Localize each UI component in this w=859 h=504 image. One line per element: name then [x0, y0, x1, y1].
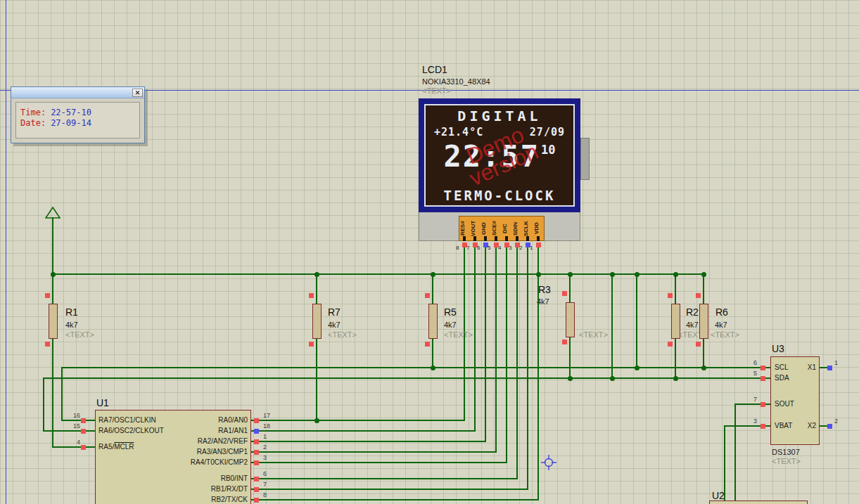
wire-segment[interactable]	[250, 420, 465, 421]
component-ref[interactable]: R7	[328, 306, 341, 318]
junction-dot	[568, 376, 573, 381]
pin-marker	[254, 439, 259, 444]
popup-titlebar[interactable]: ✕	[11, 87, 144, 98]
component-ref[interactable]: R3	[538, 284, 551, 295]
pin-marker	[81, 445, 86, 450]
pin-name: RA0/AN0	[127, 416, 248, 424]
pin-number: 8	[263, 491, 267, 498]
lcd-pin-number: 8	[456, 245, 459, 251]
wire-segment[interactable]	[43, 377, 44, 432]
wire-segment[interactable]	[43, 430, 96, 432]
resistor-R2[interactable]	[671, 304, 680, 339]
wire-segment[interactable]	[61, 420, 96, 421]
status-popup[interactable]: ✕ Time:22-57-10 Date:27-09-14	[11, 86, 145, 143]
wire-segment[interactable]	[61, 367, 63, 421]
resistor-R5[interactable]	[428, 304, 438, 339]
component-value: 4k7	[65, 321, 78, 329]
pin-marker	[254, 498, 259, 503]
wire-segment[interactable]	[250, 489, 528, 490]
wire-segment[interactable]	[495, 247, 497, 453]
pin-marker	[45, 342, 50, 347]
close-icon[interactable]: ✕	[132, 89, 143, 97]
pin-marker	[696, 293, 701, 298]
wire-segment[interactable]	[316, 273, 317, 421]
sheet-border-vertical	[6, 0, 6, 504]
lcd-display[interactable]: DIGITAL +21.4°C 27/09 22:5710 TERMO-CLOC…	[419, 98, 580, 212]
date-label: Date:	[20, 118, 46, 128]
component-value: 4k7	[537, 297, 549, 306]
schematic-canvas[interactable]: R1 4k7 <TEXT> R7 4k7 <TEXT> R5 4k7 <TEXT…	[0, 0, 859, 504]
wire-segment[interactable]	[250, 478, 518, 479]
text-placeholder: <TEXT>	[579, 330, 608, 339]
lcd-date: 27/09	[530, 126, 565, 138]
component-ref[interactable]: LCD1	[422, 64, 447, 75]
pin-number: 2	[263, 444, 267, 451]
resistor-R7[interactable]	[312, 304, 322, 339]
pin-number: 3	[263, 454, 267, 461]
junction-dot	[314, 272, 319, 277]
text-placeholder: <TEXT>	[422, 86, 451, 95]
pin-name: X1	[788, 363, 816, 371]
component-ref[interactable]: R2	[686, 306, 699, 318]
connector-contact	[473, 236, 476, 241]
component-ref[interactable]: R1	[65, 306, 78, 318]
wire-segment[interactable]	[734, 403, 736, 504]
wire-segment[interactable]	[52, 446, 96, 448]
wire-segment[interactable]	[527, 247, 528, 490]
date-value: 27-09-14	[51, 118, 91, 128]
pin-marker	[761, 402, 765, 407]
wire-segment[interactable]	[506, 247, 507, 463]
component-ref[interactable]: U2	[712, 490, 725, 501]
pin-marker	[309, 293, 314, 298]
junction-dot	[431, 272, 435, 277]
connector-contact	[516, 236, 518, 241]
power-terminal-icon[interactable]	[45, 207, 61, 219]
component-value: 4k7	[328, 321, 341, 329]
pin-marker	[254, 429, 259, 434]
wire-segment[interactable]	[52, 273, 705, 275]
wire-segment[interactable]	[250, 451, 497, 453]
pin-name: SCL	[775, 363, 788, 371]
component-ref[interactable]: U3	[772, 343, 784, 354]
pin-marker	[254, 477, 259, 482]
wire-segment[interactable]	[516, 247, 518, 479]
component-value: DS1307	[772, 448, 800, 456]
pin-number: 18	[263, 422, 270, 429]
wire-segment[interactable]	[250, 499, 539, 500]
wire-segment[interactable]	[250, 441, 486, 442]
component-ref[interactable]: R6	[715, 306, 728, 318]
pin-number: 15	[66, 422, 80, 429]
component-ref[interactable]: R5	[444, 306, 457, 318]
pin-number: 2	[834, 418, 838, 425]
junction-dot	[635, 366, 640, 370]
junction-dot	[701, 272, 706, 277]
pin-marker	[536, 243, 541, 247]
lcd-pin-number: 4	[498, 245, 501, 251]
lcd-screen: DIGITAL +21.4°C 27/09 22:5710 TERMO-CLOC…	[426, 105, 573, 205]
pin-number: 4	[66, 439, 80, 446]
wire-segment[interactable]	[474, 247, 476, 432]
lcd-pin-number: 3	[509, 245, 511, 251]
date-row: Date:27-09-14	[20, 118, 135, 129]
wire-segment[interactable]	[611, 273, 613, 379]
text-placeholder: <TEXT>	[772, 457, 801, 465]
pin-marker	[562, 291, 567, 296]
wire-segment[interactable]	[636, 273, 637, 368]
wire-segment[interactable]	[250, 430, 476, 432]
lcd-time: 22:57	[444, 139, 540, 174]
resistor-R1[interactable]	[49, 304, 58, 339]
resistor-R6[interactable]	[699, 304, 708, 339]
wire-segment[interactable]	[485, 247, 486, 442]
lcd-pin-number: 6	[477, 245, 480, 251]
lcd-temperature: +21.4°C	[434, 126, 483, 138]
component-ref[interactable]: U1	[96, 397, 109, 408]
pin-marker	[761, 366, 765, 370]
resistor-R3[interactable]	[566, 302, 575, 337]
wire-segment[interactable]	[61, 367, 770, 368]
wire-segment[interactable]	[43, 377, 770, 379]
pin-name: RA3/AN3/CMP1	[127, 448, 248, 455]
pin-number: 16	[66, 412, 80, 419]
time-value: 22-57-10	[51, 108, 91, 117]
wire-segment[interactable]	[250, 462, 507, 463]
junction-dot	[635, 272, 640, 277]
